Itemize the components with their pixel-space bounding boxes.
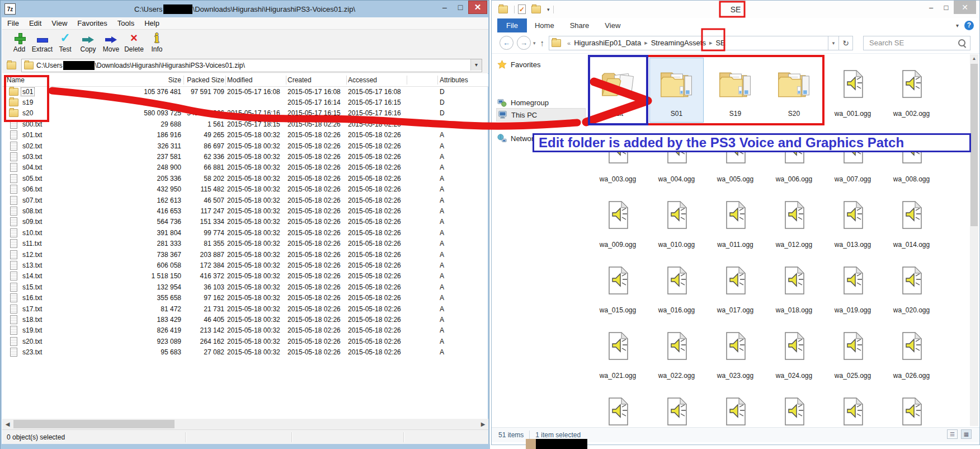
column-header-attributes[interactable]: Attributes	[440, 74, 479, 86]
file-tile[interactable]: wa_024.ogg	[767, 320, 821, 384]
menu-help[interactable]: Help	[139, 19, 164, 27]
search-input[interactable]	[868, 38, 960, 48]
extract-button[interactable]: Extract	[31, 31, 54, 57]
file-tile[interactable]: wa_026.ogg	[885, 320, 938, 384]
address-combobox[interactable]: C:\Users\Downloads\Higurashi\HigurashiPS…	[21, 59, 482, 72]
vertical-scrollbar[interactable]: ▲	[970, 54, 978, 426]
delete-button[interactable]: × Delete	[123, 31, 145, 57]
properties-icon[interactable]	[518, 4, 526, 14]
scroll-up-icon[interactable]: ▲	[970, 54, 978, 63]
file-tile[interactable]: wa_012.ogg	[767, 189, 821, 253]
scrollbar-thumb[interactable]	[13, 420, 175, 428]
tab-view[interactable]: View	[597, 19, 628, 32]
test-button[interactable]: ✓ Test	[54, 31, 77, 57]
history-dropdown-icon[interactable]: ▾	[533, 40, 536, 46]
breadcrumb-item[interactable]: HigurashiEp01_Data	[574, 39, 641, 47]
breadcrumb-item[interactable]: StreamingAssets	[651, 39, 706, 47]
info-button[interactable]: i Info	[145, 31, 168, 57]
file-tile[interactable]: wa_023.ogg	[709, 320, 762, 384]
table-row[interactable]: s20 580 093 725 543 383 966 2015-05-17 1…	[2, 108, 488, 119]
up-button[interactable]: ↑	[540, 38, 545, 48]
horizontal-scrollbar[interactable]: ◀ ▶	[2, 419, 488, 429]
menu-file[interactable]: File	[2, 19, 24, 27]
address-dropdown-icon[interactable]: ▾	[828, 36, 839, 50]
close-button[interactable]: ✕	[954, 1, 976, 14]
sidebar-item-homegroup[interactable]: Homegroup	[496, 96, 586, 109]
table-row[interactable]: s19.txt 826 419 213 142 2015-05-18 00:32…	[2, 325, 488, 336]
copy-button[interactable]: Copy	[77, 31, 100, 57]
column-header-packed-size[interactable]: Packed Size	[159, 74, 224, 86]
menu-view[interactable]: View	[46, 19, 72, 27]
search-box[interactable]	[863, 36, 970, 50]
minimize-button[interactable]: –	[924, 1, 939, 14]
file-tile[interactable]: wa_015.ogg	[591, 255, 644, 319]
file-tile[interactable]: wa_002.ogg	[885, 58, 938, 122]
breadcrumb-root-icon[interactable]: «	[567, 40, 571, 46]
close-button[interactable]: ✕	[468, 1, 487, 14]
add-button[interactable]: Add	[8, 31, 31, 57]
scroll-right-icon[interactable]: ▶	[478, 419, 488, 429]
file-tile[interactable]: wa_001.ogg	[826, 58, 879, 122]
help-icon[interactable]: ?	[964, 21, 974, 30]
file-tile[interactable]: wa_020.ogg	[885, 255, 938, 319]
forward-button[interactable]: →	[517, 36, 531, 50]
new-folder-icon[interactable]	[531, 6, 541, 13]
table-row[interactable]: s10.txt 391 804 99 774 2015-05-18 00:32 …	[2, 227, 488, 238]
thumbnail-view-icon[interactable]: ▦	[961, 429, 972, 439]
file-tile[interactable]: wa_011.ogg	[709, 189, 762, 253]
column-header-accessed[interactable]: Accessed	[348, 74, 406, 86]
sidebar-item-favorites[interactable]: Favorites	[496, 58, 586, 71]
file-tile[interactable]: wa_019.ogg	[826, 255, 879, 319]
table-row[interactable]: s00.txt 29 688 1 561 2015-05-17 18:15 20…	[2, 119, 488, 129]
table-row[interactable]: s03.txt 237 581 62 336 2015-05-18 00:32 …	[2, 151, 488, 162]
column-header-name[interactable]: Name	[7, 74, 113, 86]
file-tile[interactable]: wa_018.ogg	[767, 255, 821, 319]
maximize-button[interactable]: □	[453, 1, 468, 14]
table-row[interactable]: s11.txt 281 333 81 355 2015-05-18 00:32 …	[2, 238, 488, 249]
menu-edit[interactable]: Edit	[24, 19, 46, 27]
table-row[interactable]: s08.txt 416 653 117 247 2015-05-18 00:32…	[2, 205, 488, 216]
back-button[interactable]: ←	[500, 36, 513, 50]
refresh-icon[interactable]: ↻	[839, 36, 853, 50]
maximize-button[interactable]: □	[939, 1, 954, 14]
table-row[interactable]: s01.txt 186 916 49 265 2015-05-18 00:32 …	[2, 130, 488, 141]
column-header-modified[interactable]: Modified	[227, 74, 285, 86]
sidebar-item-this-pc[interactable]: This PC	[496, 108, 586, 121]
scrollbar-thumb[interactable]	[970, 64, 978, 226]
table-row[interactable]: s12.txt 738 367 203 887 2015-05-18 00:32…	[2, 249, 488, 260]
file-tile[interactable]: S19	[709, 58, 762, 122]
tab-share[interactable]: Share	[562, 19, 597, 32]
column-header-created[interactable]: Created	[288, 74, 346, 86]
file-tile[interactable]: wa_025.ogg	[826, 320, 879, 384]
file-tile[interactable]: wa_013.ogg	[826, 189, 879, 253]
file-tile[interactable]: wa_009.ogg	[591, 189, 644, 253]
qat-dropdown-icon[interactable]: ▾	[547, 7, 550, 12]
tab-home[interactable]: Home	[527, 19, 562, 32]
scroll-left-icon[interactable]: ◀	[2, 419, 13, 429]
table-row[interactable]: s14.txt 1 518 150 416 372 2015-05-18 00:…	[2, 271, 488, 282]
7zip-titlebar[interactable]: 7z C:\Users\Downloads\Higurashi\Higurash…	[1, 1, 489, 17]
file-tile[interactable]: S01	[650, 58, 703, 122]
menu-tools[interactable]: Tools	[112, 19, 139, 27]
table-row[interactable]: s06.txt 432 950 115 482 2015-05-18 00:32…	[2, 184, 488, 195]
file-tile[interactable]: S20	[767, 58, 821, 122]
explorer-titlebar[interactable]: ▾ SE – □ ✕	[492, 1, 979, 18]
table-row[interactable]: s01 105 376 481 97 591 709 2015-05-17 16…	[2, 86, 488, 97]
table-row[interactable]: s13.txt 606 058 172 384 2015-05-18 00:32…	[2, 260, 488, 270]
table-row[interactable]: s02.txt 326 311 86 697 2015-05-18 00:32 …	[2, 141, 488, 151]
minimize-button[interactable]: –	[437, 1, 453, 14]
file-tile[interactable]: wa_017.ogg	[709, 255, 762, 319]
table-row[interactable]: s07.txt 162 613 46 507 2015-05-18 00:32 …	[2, 195, 488, 205]
ribbon-expand-icon[interactable]: ▾	[956, 22, 959, 29]
menu-favorites[interactable]: Favorites	[72, 19, 112, 27]
file-tile[interactable]: edit	[591, 58, 644, 122]
table-row[interactable]: s17.txt 81 472 21 731 2015-05-18 00:32 2…	[2, 303, 488, 314]
list-view-icon[interactable]: ☰	[947, 429, 958, 439]
table-row[interactable]: s23.txt 95 683 27 082 2015-05-18 00:32 2…	[2, 347, 488, 357]
table-row[interactable]: s05.txt 205 336 58 202 2015-05-18 00:32 …	[2, 173, 488, 184]
file-tile[interactable]: wa_022.ogg	[650, 320, 703, 384]
combobox-dropdown-icon[interactable]: ▾	[470, 59, 482, 71]
move-button[interactable]: Move	[100, 31, 123, 57]
table-row[interactable]: s04.txt 248 900 66 881 2015-05-18 00:32 …	[2, 162, 488, 173]
file-tile[interactable]: wa_016.ogg	[650, 255, 703, 319]
